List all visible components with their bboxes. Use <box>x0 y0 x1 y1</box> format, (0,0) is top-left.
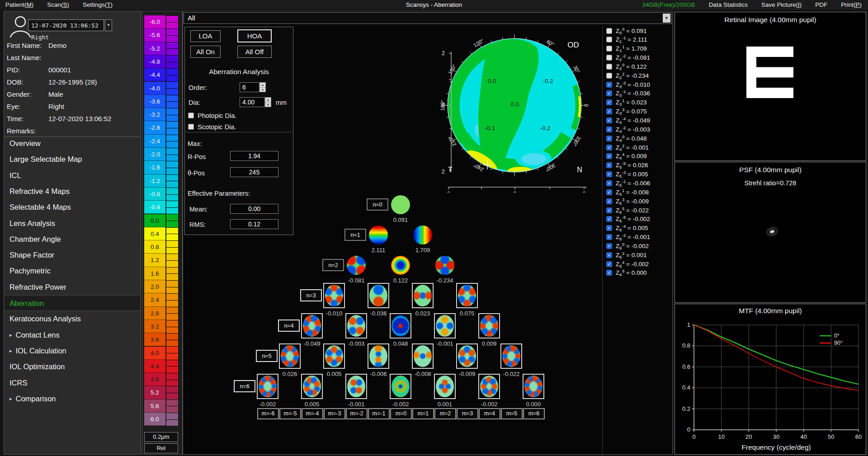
zernike-map[interactable] <box>390 313 411 338</box>
zernike-checkbox[interactable]: ✓ <box>606 189 612 195</box>
zernike-map[interactable] <box>368 343 389 369</box>
menu-pdf[interactable]: PDF <box>815 0 827 8</box>
zernike-map[interactable] <box>478 374 500 399</box>
zernike-checkbox[interactable]: ✓ <box>606 270 612 276</box>
menu-print-p[interactable]: Print(P) <box>841 0 862 8</box>
zernike-map[interactable] <box>345 313 367 338</box>
zernike-checkbox[interactable] <box>606 46 612 52</box>
zernike-checkbox[interactable]: ✓ <box>606 243 612 249</box>
sidebar-item-icl[interactable]: ICL <box>5 168 140 183</box>
pyramid-column-label[interactable]: m=5 <box>501 408 523 419</box>
sidebar-item-selectable-4-maps[interactable]: Selectable 4 Maps <box>5 199 140 215</box>
sidebar-item-refractive-4-maps[interactable]: Refractive 4 Maps <box>5 183 140 199</box>
hoa-button[interactable]: HOA <box>237 29 272 42</box>
dia-input[interactable]: 4.00 <box>240 97 265 107</box>
zernike-map[interactable] <box>301 313 323 338</box>
zernike-checkbox[interactable]: ✓ <box>606 118 612 123</box>
filter-arrow-icon[interactable]: ▼ <box>663 14 670 23</box>
zernike-checkbox[interactable] <box>606 73 612 79</box>
sidebar-item-contact-lens[interactable]: ▸Contact Lens <box>5 327 140 343</box>
zernike-checkbox[interactable]: ✓ <box>606 198 612 204</box>
pyramid-column-label[interactable]: m=6 <box>523 408 545 419</box>
pyramid-row-label[interactable]: n=5 <box>256 350 278 362</box>
exam-select-dropdown[interactable]: 12-07-2020 13:06:52 Right <box>28 19 104 31</box>
scale-unit-button[interactable]: 0.2μm <box>144 432 178 442</box>
dia-spinner[interactable]: ▲▼ <box>265 97 271 107</box>
sidebar-item-keratoconus-analysis[interactable]: Keratoconus Analysis <box>5 311 140 327</box>
zernike-checkbox[interactable]: ✓ <box>606 216 612 222</box>
zernike-map[interactable] <box>456 343 478 369</box>
zernike-checkbox[interactable]: ✓ <box>606 82 612 88</box>
zernike-checkbox[interactable]: ✓ <box>606 252 612 258</box>
zernike-map[interactable] <box>456 283 478 308</box>
scale-mode-button[interactable]: Rel <box>144 443 178 453</box>
menu-patient-m[interactable]: Patient(M) <box>5 0 33 8</box>
pyramid-row-label[interactable]: n=0 <box>367 198 388 211</box>
sidebar-item-comparison[interactable]: ▸Comparison <box>5 391 140 407</box>
zernike-checkbox[interactable]: ✓ <box>606 162 612 168</box>
pyramid-column-label[interactable]: m=-1 <box>368 408 390 419</box>
sidebar-item-chamber-angle[interactable]: Chamber Angle <box>5 231 140 247</box>
all-on-button[interactable]: All On <box>190 46 221 58</box>
menu-save-picture-i[interactable]: Save Picture(I) <box>761 0 802 8</box>
exam-select-arrow-icon[interactable]: ▼ <box>105 19 112 31</box>
photopic-checkbox[interactable] <box>188 113 194 118</box>
zernike-checkbox[interactable]: ✓ <box>606 180 612 186</box>
zernike-checkbox[interactable]: ✓ <box>606 90 612 96</box>
pyramid-column-label[interactable]: m=0 <box>390 408 412 419</box>
zernike-checkbox[interactable]: ✓ <box>606 145 612 150</box>
zernike-checkbox[interactable]: ✓ <box>606 153 612 159</box>
aberration-filter-dropdown[interactable]: All ▼ <box>184 12 672 24</box>
zernike-checkbox[interactable]: ✓ <box>606 261 612 267</box>
wavefront-map[interactable]: 030°60°120°150°180°210°240°300°330°0.0-0… <box>433 26 598 193</box>
zernike-checkbox[interactable]: ✓ <box>606 207 612 213</box>
zernike-map[interactable] <box>257 374 278 399</box>
pyramid-column-label[interactable]: m=-6 <box>257 408 279 419</box>
pyramid-column-label[interactable]: m=-5 <box>279 408 301 419</box>
zernike-map[interactable] <box>434 313 456 338</box>
zernike-map[interactable] <box>412 343 434 369</box>
sidebar-item-shape-factor[interactable]: Shape Factor <box>5 247 140 263</box>
zernike-map[interactable] <box>323 343 345 369</box>
zernike-map[interactable] <box>323 283 345 308</box>
pyramid-row-label[interactable]: n=2 <box>322 259 344 271</box>
zernike-checkbox[interactable]: ✓ <box>606 171 612 177</box>
pyramid-column-label[interactable]: m=2 <box>434 408 456 419</box>
menu-scan-s[interactable]: Scan(S) <box>47 0 69 8</box>
zernike-map[interactable] <box>478 313 500 338</box>
sidebar-item-overview[interactable]: Overview <box>5 136 140 151</box>
zernike-map[interactable] <box>413 226 432 244</box>
sidebar-item-refractive-power[interactable]: Refractive Power <box>5 279 140 295</box>
zernike-map[interactable] <box>279 343 301 369</box>
pyramid-column-label[interactable]: m=-4 <box>302 408 323 419</box>
sidebar-item-icrs[interactable]: ICRS <box>5 375 140 391</box>
pyramid-column-label[interactable]: m=1 <box>412 408 434 419</box>
sidebar-item-lens-analysis[interactable]: Lens Analysis <box>5 216 140 231</box>
pyramid-row-label[interactable]: n=4 <box>278 320 300 332</box>
menu-settings-t[interactable]: Settings(T) <box>83 0 113 8</box>
zernike-map[interactable] <box>345 374 367 399</box>
menu-data-statistics[interactable]: Data Statistics <box>709 0 748 8</box>
zernike-map[interactable] <box>301 374 323 399</box>
order-input[interactable]: 6 <box>240 82 259 92</box>
zernike-checkbox[interactable]: ✓ <box>606 127 612 132</box>
zernike-checkbox[interactable]: ✓ <box>606 108 612 114</box>
zernike-map[interactable] <box>500 343 522 369</box>
sidebar-item-iol-calculation[interactable]: ▸IOL Calculation <box>5 343 140 359</box>
zernike-map[interactable] <box>391 195 410 214</box>
zernike-map[interactable] <box>390 374 411 399</box>
sidebar-item-pachymetric[interactable]: Pachymetric <box>5 263 140 279</box>
order-spinner[interactable]: ▲▼ <box>259 82 266 92</box>
sidebar-item-iol-optimization[interactable]: IOL Optimization <box>5 359 140 375</box>
zernike-map[interactable] <box>391 256 410 275</box>
scotopic-checkbox[interactable] <box>188 124 194 130</box>
zernike-checkbox[interactable]: ✓ <box>606 99 612 105</box>
zernike-map[interactable] <box>347 256 366 275</box>
zernike-checkbox[interactable] <box>606 37 612 42</box>
zernike-map[interactable] <box>435 256 454 275</box>
loa-button[interactable]: LOA <box>190 30 221 42</box>
zernike-checkbox[interactable]: ✓ <box>606 225 612 231</box>
pyramid-column-label[interactable]: m=-2 <box>346 408 368 419</box>
pyramid-row-label[interactable]: n=3 <box>300 289 322 301</box>
zernike-map[interactable] <box>368 283 389 308</box>
